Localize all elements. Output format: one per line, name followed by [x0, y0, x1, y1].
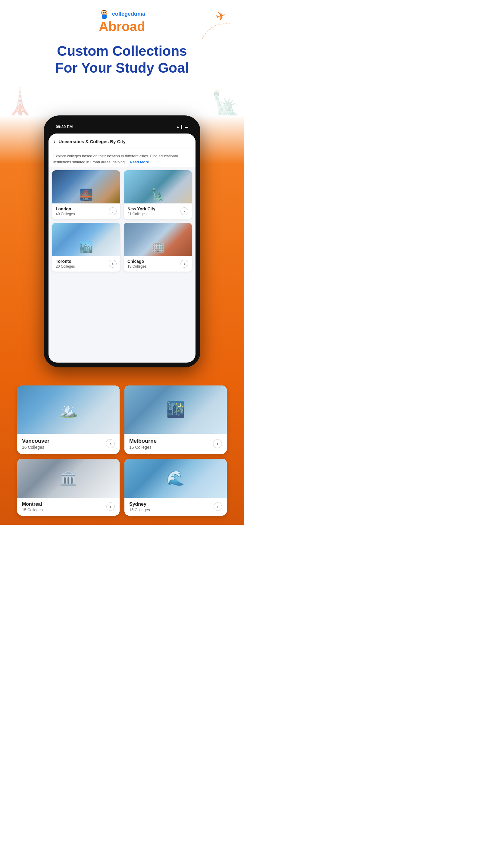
city-text-toronto: Toronto 20 Colleges [56, 259, 75, 269]
phone-frame: 09:30 PM ▲ ▌ ▬ ‹ Universities & Colleges… [44, 116, 200, 367]
city-card-london[interactable]: London 40 Colleges › [52, 170, 120, 219]
city-count-vancouver: 16 Colleges [22, 445, 50, 450]
city-info-montreal: Montreal 15 Colleges › [17, 498, 120, 516]
city-name-chicago: Chicago [127, 259, 147, 264]
description-area: Explore colleges based on their location… [48, 149, 195, 167]
city-count-sydney: 15 Colleges [129, 507, 150, 512]
city-count-newyork: 21 Colleges [127, 212, 156, 216]
city-image-montreal [17, 459, 120, 498]
city-card-montreal[interactable]: Montreal 15 Colleges › [17, 459, 120, 516]
svg-rect-8 [103, 10, 106, 11]
city-arrow-sydney[interactable]: › [214, 502, 222, 511]
app-bar: ‹ Universities & Colleges By City [48, 133, 195, 149]
battery-icon: ▬ [185, 125, 188, 129]
city-text-melbourne: Melbourne 16 Colleges [129, 438, 157, 450]
city-count-london: 40 Colleges [56, 212, 75, 216]
city-name-newyork: New York City [127, 207, 156, 211]
city-count-chicago: 18 Colleges [127, 264, 147, 269]
logo-area: collegedunia [6, 8, 238, 19]
city-info-london: London 40 Colleges › [52, 204, 120, 219]
city-text-chicago: Chicago 18 Colleges [127, 259, 147, 269]
phone-notch [101, 120, 143, 128]
city-image-toronto [52, 223, 120, 256]
city-count-toronto: 20 Colleges [56, 264, 75, 269]
city-card-sydney[interactable]: Sydney 15 Colleges › [124, 459, 227, 516]
city-name-montreal: Montreal [22, 501, 43, 507]
eiffel-tower-icon: 🗼 [3, 88, 37, 116]
city-image-newyork [124, 170, 192, 204]
city-name-toronto: Toronto [56, 259, 75, 264]
city-name-vancouver: Vancouver [22, 438, 50, 444]
svg-point-5 [103, 12, 104, 13]
city-card-toronto[interactable]: Toronto 20 Colleges › [52, 223, 120, 272]
logo-text-block: collegedunia [112, 11, 145, 17]
city-image-melbourne [124, 385, 227, 434]
city-image-chicago [124, 223, 192, 256]
bottom-section: Vancouver 16 Colleges › Melbourne 16 Col… [0, 385, 244, 525]
city-info-vancouver: Vancouver 16 Colleges › [17, 434, 120, 454]
screen-title: Universities & Colleges By City [59, 139, 126, 144]
city-text-sydney: Sydney 15 Colleges [129, 501, 150, 512]
city-name-london: London [56, 207, 75, 211]
svg-rect-2 [102, 14, 107, 19]
svg-point-6 [105, 12, 106, 13]
city-info-sydney: Sydney 15 Colleges › [124, 498, 227, 516]
city-text-newyork: New York City 21 Colleges [127, 207, 156, 216]
city-arrow-vancouver[interactable]: › [106, 439, 115, 448]
city-card-newyork[interactable]: New York City 21 Colleges › [124, 170, 192, 219]
phone-screen: ‹ Universities & Colleges By City Explor… [48, 133, 195, 363]
city-name-melbourne: Melbourne [129, 438, 157, 444]
city-count-montreal: 15 Colleges [22, 507, 43, 512]
status-icons: ▲ ▌ ▬ [176, 125, 188, 129]
city-name-sydney: Sydney [129, 501, 150, 507]
city-card-melbourne[interactable]: Melbourne 16 Colleges › [124, 385, 227, 454]
city-info-melbourne: Melbourne 16 Colleges › [124, 434, 227, 454]
city-arrow-london[interactable]: › [109, 207, 117, 215]
phone-wrapper: 09:30 PM ▲ ▌ ▬ ‹ Universities & Colleges… [0, 116, 244, 385]
wifi-icon: ▲ [176, 125, 180, 129]
brand-name: collegedunia [112, 11, 145, 17]
city-image-vancouver [17, 385, 120, 434]
city-text-london: London 40 Colleges [56, 207, 75, 216]
city-arrow-montreal[interactable]: › [106, 502, 115, 511]
city-info-chicago: Chicago 18 Colleges › [124, 256, 192, 272]
city-card-vancouver[interactable]: Vancouver 16 Colleges › [17, 385, 120, 454]
dashed-path-decoration [199, 18, 235, 42]
city-info-toronto: Toronto 20 Colleges › [52, 256, 120, 272]
city-card-chicago[interactable]: Chicago 18 Colleges › [124, 223, 192, 272]
mascot-icon [99, 8, 110, 19]
landmarks-decoration: 🗼 🗽 [0, 79, 244, 116]
city-text-montreal: Montreal 15 Colleges [22, 501, 43, 512]
header: collegedunia Abroad ✈ [0, 0, 244, 37]
city-arrow-melbourne[interactable]: › [213, 439, 222, 448]
city-grid: London 40 Colleges › New York City 21 Co… [48, 167, 195, 275]
city-image-london [52, 170, 120, 204]
description-text: Explore colleges based on their location… [53, 154, 178, 164]
city-text-vancouver: Vancouver 16 Colleges [22, 438, 50, 450]
signal-icon: ▌ [181, 125, 184, 129]
read-more-link[interactable]: Read More [130, 160, 149, 164]
outer-cards-row: Vancouver 16 Colleges › Melbourne 16 Col… [0, 385, 244, 459]
city-count-melbourne: 16 Colleges [129, 445, 157, 450]
back-button[interactable]: ‹ [53, 138, 56, 146]
city-arrow-chicago[interactable]: › [181, 260, 188, 268]
city-arrow-newyork[interactable]: › [181, 207, 188, 215]
statue-liberty-icon: 🗽 [211, 91, 241, 116]
city-image-sydney [124, 459, 227, 498]
city-info-newyork: New York City 21 Colleges › [124, 204, 192, 219]
city-arrow-toronto[interactable]: › [109, 260, 117, 268]
bottom-partial-row: Montreal 15 Colleges › Sydney 15 College… [0, 459, 244, 516]
status-time: 09:30 PM [56, 124, 73, 129]
hero-title: Custom Collections For Your Study Goal [12, 43, 232, 76]
hero-section: Custom Collections For Your Study Goal [0, 37, 244, 79]
